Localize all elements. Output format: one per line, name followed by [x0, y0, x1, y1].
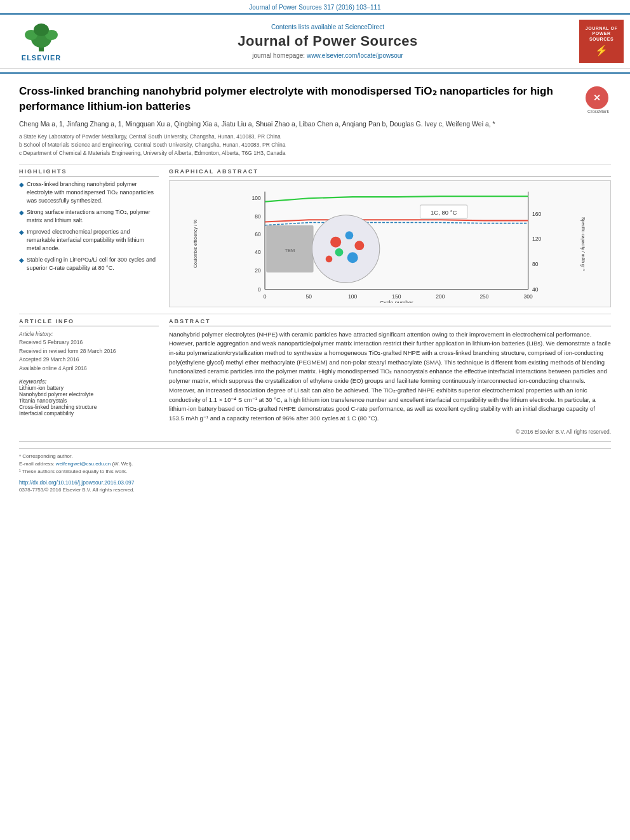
- section-divider-2: [19, 314, 611, 314]
- svg-point-29: [330, 236, 341, 247]
- keyword-5: Interfacial compatibility: [19, 410, 159, 417]
- graphical-abstract-chart: Coulombic efficiency / % Specific capaci…: [169, 180, 611, 307]
- accepted-date: Accepted 29 March 2016: [19, 356, 79, 363]
- bullet-icon-3: ◆: [19, 228, 24, 237]
- affiliation-c: c Department of Chemical & Materials Eng…: [19, 149, 611, 157]
- crossmark-label: CrossMark: [586, 109, 611, 114]
- corresponding-author-note: * Corresponding author.: [19, 453, 611, 460]
- article-info-section: ARTICLE INFO Article history: Received 5…: [19, 318, 159, 435]
- svg-text:50: 50: [305, 293, 312, 299]
- footnotes-section: * Corresponding author. E-mail address: …: [19, 448, 611, 476]
- history-label: Article history:: [19, 331, 53, 337]
- y-right-label: Specific capacity / mAh g⁻¹: [581, 217, 586, 270]
- highlight-item-2: ◆ Strong surface interactions among TiO₂…: [19, 208, 159, 225]
- svg-text:TEM: TEM: [285, 248, 295, 253]
- svg-text:200: 200: [436, 293, 445, 299]
- highlight-item-1: ◆ Cross-linked branching nanohybrid poly…: [19, 180, 159, 205]
- article-info-label: ARTICLE INFO: [19, 318, 159, 326]
- svg-text:100: 100: [251, 195, 260, 201]
- affiliation-b: b School of Materials Science and Engine…: [19, 141, 611, 149]
- abstract-text: Nanohybrid polymer electrolytes (NHPE) w…: [169, 330, 611, 423]
- email-note: E-mail address: weifengwei@csu.edu.cn (W…: [19, 460, 611, 468]
- highlights-and-abstract-row: HIGHLIGHTS ◆ Cross-linked branching nano…: [19, 168, 611, 307]
- revised-date: Received in revised form 28 March 2016: [19, 348, 116, 354]
- keywords-label: Keywords:: [19, 378, 159, 385]
- equal-contrib-note: ¹ These authors contributed equally to t…: [19, 468, 611, 476]
- abstract-copyright: © 2016 Elsevier B.V. All rights reserved…: [169, 429, 611, 435]
- affiliations-section: a State Key Laboratory of Powder Metallu…: [19, 133, 611, 157]
- bullet-icon-4: ◆: [19, 256, 24, 265]
- homepage-url[interactable]: www.elsevier.com/locate/jpowsour: [307, 52, 403, 59]
- article-body: Cross-linked branching nanohybrid polyme…: [0, 77, 630, 499]
- elsevier-logo: ELSEVIER: [6, 21, 76, 62]
- article-history: Article history: Received 5 February 201…: [19, 330, 159, 373]
- svg-point-4: [34, 23, 49, 36]
- keyword-1: Lithium-ion battery: [19, 385, 159, 391]
- section-divider-1: [19, 164, 611, 164]
- highlight-item-3: ◆ Improved electrochemical properties an…: [19, 228, 159, 253]
- svg-text:80: 80: [255, 213, 261, 220]
- svg-text:0: 0: [258, 286, 261, 293]
- affiliation-a: a State Key Laboratory of Powder Metallu…: [19, 133, 611, 141]
- abstract-label: ABSTRACT: [169, 318, 611, 326]
- crossmark-badge-area: ✕ CrossMark: [586, 86, 611, 114]
- title-section: Cross-linked branching nanohybrid polyme…: [19, 84, 611, 114]
- keyword-3: Titania nanocrystals: [19, 397, 159, 404]
- keyword-2: Nanohybrid polymer electrolyte: [19, 391, 159, 397]
- svg-text:250: 250: [479, 293, 488, 299]
- graphical-abstract-section: GRAPHICAL ABSTRACT Coulombic efficiency …: [169, 168, 611, 307]
- contents-available-line: Contents lists available at ScienceDirec…: [83, 23, 573, 30]
- svg-text:40: 40: [532, 286, 539, 293]
- svg-text:160: 160: [532, 210, 541, 217]
- svg-text:60: 60: [255, 230, 261, 237]
- svg-text:40: 40: [255, 249, 261, 255]
- graphical-abstract-label: GRAPHICAL ABSTRACT: [169, 168, 611, 177]
- svg-text:80: 80: [532, 260, 539, 267]
- svg-point-34: [326, 255, 333, 262]
- elsevier-brand-text: ELSEVIER: [22, 54, 61, 62]
- journal-title: Journal of Power Sources: [83, 33, 573, 50]
- homepage-line: journal homepage: www.elsevier.com/locat…: [83, 52, 573, 59]
- sciencedirect-link[interactable]: ScienceDirect: [345, 23, 384, 30]
- info-and-abstract-row: ARTICLE INFO Article history: Received 5…: [19, 318, 611, 435]
- svg-point-30: [345, 231, 354, 239]
- svg-point-28: [312, 215, 379, 282]
- article-title: Cross-linked branching nanohybrid polyme…: [19, 84, 579, 114]
- available-date: Available online 4 April 2016: [19, 365, 87, 371]
- chart-svg: 0 20 40 60 80 100 40 80 120 160 0 50: [195, 185, 591, 303]
- email-link[interactable]: weifengwei@csu.edu.cn: [56, 461, 111, 467]
- footer-divider: [19, 441, 611, 442]
- y-left-label: Coulombic efficiency / %: [193, 220, 198, 268]
- svg-text:0: 0: [264, 293, 267, 299]
- svg-text:Cycle number: Cycle number: [380, 300, 413, 303]
- svg-point-33: [347, 252, 358, 263]
- svg-text:120: 120: [532, 236, 541, 242]
- svg-text:300: 300: [523, 293, 532, 299]
- keywords-section: Keywords: Lithium-ion battery Nanohybrid…: [19, 378, 159, 417]
- crossmark-icon: ✕: [586, 86, 608, 109]
- bullet-icon-2: ◆: [19, 208, 24, 218]
- received-date: Received 5 February 2016: [19, 339, 83, 345]
- svg-point-31: [354, 241, 364, 250]
- issn-text: 0378-7753/© 2016 Elsevier B.V. All right…: [19, 487, 611, 493]
- highlight-item-4: ◆ Stable cycling in LiFePO₄/Li cell for …: [19, 256, 159, 272]
- header-divider: [0, 72, 630, 74]
- journal-ref: Journal of Power Sources 317 (2016) 103–…: [0, 0, 630, 13]
- authors-section: Cheng Ma a, 1, Jinfang Zhang a, 1, Mingq…: [19, 119, 611, 130]
- journal-right-logo: JOURNAL OF POWER SOURCES ⚡: [579, 20, 624, 63]
- svg-text:150: 150: [392, 293, 401, 299]
- highlights-label: HIGHLIGHTS: [19, 168, 159, 177]
- svg-text:100: 100: [348, 293, 357, 299]
- journal-header: ELSEVIER Contents lists available at Sci…: [0, 13, 630, 69]
- abstract-section: ABSTRACT Nanohybrid polymer electrolytes…: [169, 318, 611, 435]
- bullet-icon-1: ◆: [19, 180, 24, 190]
- highlights-section: HIGHLIGHTS ◆ Cross-linked branching nano…: [19, 168, 159, 307]
- doi-link[interactable]: http://dx.doi.org/10.1016/j.jpowsour.201…: [19, 479, 611, 486]
- svg-text:20: 20: [255, 267, 261, 274]
- svg-point-32: [335, 248, 344, 257]
- keyword-4: Cross-linked branching structure: [19, 404, 159, 410]
- doi-section: http://dx.doi.org/10.1016/j.jpowsour.201…: [19, 479, 611, 493]
- svg-text:1C, 80 °C: 1C, 80 °C: [431, 208, 457, 215]
- journal-center-info: Contents lists available at ScienceDirec…: [83, 23, 573, 59]
- highlights-list: ◆ Cross-linked branching nanohybrid poly…: [19, 180, 159, 272]
